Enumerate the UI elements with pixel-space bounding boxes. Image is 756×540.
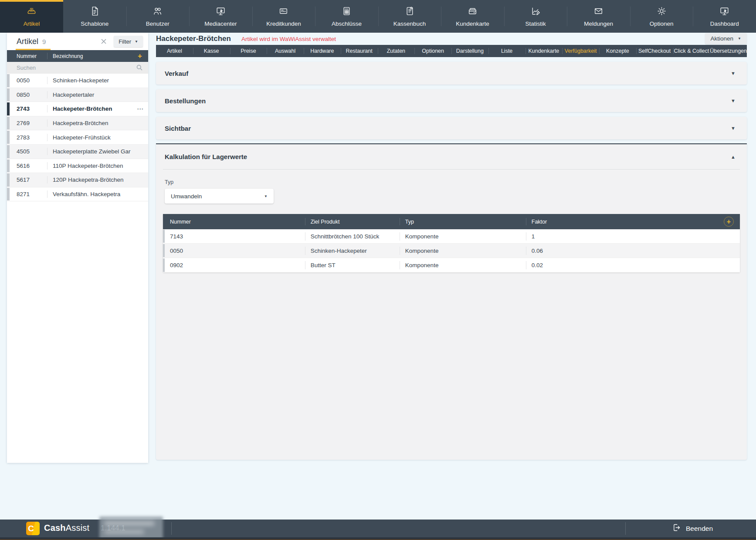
row-indicator (7, 131, 10, 144)
table-row[interactable]: 7143 Schnittbrötchen 100 Stück Komponent… (163, 229, 740, 244)
credit-card-icon (278, 6, 289, 18)
divider (47, 176, 47, 183)
tab-verfuegbarkeit[interactable]: Verfügbarkeit (562, 45, 599, 57)
divider (47, 162, 47, 170)
row-indicator (7, 173, 10, 187)
tab-liste[interactable]: Liste (488, 45, 525, 57)
tab-hardware[interactable]: Hardware (304, 45, 341, 57)
chevron-down-icon: ▼ (135, 40, 138, 44)
search-input[interactable] (7, 65, 129, 71)
cashassist-window: Artikel Schablone Benutzer Mediacenter K… (0, 0, 756, 540)
tab-selfcheckout[interactable]: SelfCheckout (636, 45, 673, 57)
tab-optionen[interactable]: Optionen (414, 45, 451, 57)
article-list: 0050Schinken-Hackepeter 0850Hackepeterta… (7, 74, 148, 201)
nav-label: Dashboard (710, 20, 739, 27)
tab-zutaten[interactable]: Zutaten (378, 45, 415, 57)
row-indicator (7, 117, 10, 130)
nav-label: Optionen (650, 20, 674, 27)
nav-item-abschluesse[interactable]: Abschlüsse (315, 0, 378, 33)
kalkulation-table: Nummer Ziel Produkt Typ Faktor + 7143 Sc… (163, 214, 740, 272)
column-typ: Typ (400, 214, 526, 229)
gear-icon (656, 6, 667, 18)
tab-click-collect[interactable]: Click & Collect (673, 45, 710, 57)
article-row[interactable]: 2769Hackepetra-Brötchen (7, 116, 148, 131)
column-ziel-produkt: Ziel Produkt (305, 214, 400, 229)
cashassist-logo: C (26, 522, 40, 535)
nav-item-artikel[interactable]: Artikel (0, 0, 63, 33)
row-indicator (7, 145, 10, 158)
article-row[interactable]: 8271Verkaufsfähn. Hackepetra (7, 187, 148, 202)
article-row[interactable]: 5617120P Hackepetra-Brötchen (7, 173, 148, 187)
media-monitor-icon (215, 6, 226, 18)
row-indicator (7, 88, 10, 102)
beenden-button[interactable]: Beenden (672, 520, 713, 537)
envelope-icon (593, 6, 604, 18)
divider (47, 77, 47, 84)
column-nummer: Nummer (7, 53, 47, 59)
tab-uebersetzungen[interactable]: Übersetzungen (710, 45, 747, 57)
nav-item-kassenbuch[interactable]: Kassenbuch (378, 0, 441, 33)
page-title: Hackepeter-Brötchen (156, 34, 231, 43)
tab-auswahl[interactable]: Auswahl (267, 45, 304, 57)
tab-artikel[interactable]: Artikel (156, 45, 193, 57)
nav-item-optionen[interactable]: Optionen (630, 0, 693, 33)
tab-kasse[interactable]: Kasse (193, 45, 230, 57)
status-bar-background: C CashAssist 1.144.1 Beenden (0, 520, 756, 537)
column-faktor: Faktor (526, 214, 740, 229)
typ-select[interactable]: Umwandeln ▼ (165, 189, 274, 204)
cash-book-icon (404, 6, 415, 18)
add-article-icon[interactable]: + (138, 52, 142, 60)
filter-button[interactable]: Filter ▼ (114, 36, 143, 47)
search-icon (136, 64, 143, 73)
table-row[interactable]: 0050 Schinken-Hackepeter Komponente 0.06 (163, 244, 740, 258)
table-row[interactable]: 0902 Butter ST Komponente 0.02 (163, 258, 740, 272)
detail-header: Hackepeter-Brötchen Artikel wird im WaWi… (156, 33, 747, 45)
aktionen-label: Aktionen (711, 35, 734, 42)
sidebar-title: Artikel (17, 37, 38, 46)
users-icon (152, 6, 163, 18)
nav-item-schablone[interactable]: Schablone (63, 0, 126, 33)
divider (171, 522, 172, 535)
article-row[interactable]: 2783Hackepeter-Frühstück (7, 130, 148, 145)
nav-item-statistik[interactable]: Statistik (504, 0, 567, 33)
add-row-icon[interactable]: + (724, 217, 734, 227)
nav-item-kundenkarte[interactable]: Kundenkarte (441, 0, 504, 33)
article-row[interactable]: 5616110P Hackepeter-Brötchen (7, 159, 148, 173)
tab-preise[interactable]: Preise (230, 45, 267, 57)
tab-kundenkarte[interactable]: Kundenkarte (525, 45, 563, 57)
nav-item-meldungen[interactable]: Meldungen (567, 0, 630, 33)
nav-item-dashboard[interactable]: Dashboard (693, 0, 756, 33)
report-document-icon (341, 6, 352, 18)
section-kalkulation-header[interactable]: Kalkulation für Lagerwerte ▲ (163, 144, 740, 170)
close-icon[interactable] (100, 38, 107, 45)
divider (47, 53, 47, 59)
filter-label: Filter (119, 38, 131, 45)
article-count: 9 (42, 38, 46, 45)
tab-konzepte[interactable]: Konzepte (599, 45, 636, 57)
nav-item-kreditkunden[interactable]: Kreditkunden (252, 0, 315, 33)
tab-restaurant[interactable]: Restaurant (341, 45, 378, 57)
divider (47, 148, 47, 155)
article-row[interactable]: 0050Schinken-Hackepeter (7, 74, 148, 88)
divider (47, 134, 47, 141)
chevron-down-icon: ▼ (264, 194, 268, 198)
article-row[interactable]: 0850Hackepetertaler (7, 88, 148, 102)
divider (47, 105, 47, 112)
sidebar-header: Artikel 9 Filter ▼ (7, 33, 148, 50)
exit-icon (672, 523, 681, 534)
section-verkauf[interactable]: Verkauf ▼ (156, 62, 747, 85)
top-navbar: Artikel Schablone Benutzer Mediacenter K… (0, 0, 756, 33)
nav-label: Kassenbuch (393, 20, 426, 27)
tab-darstellung[interactable]: Darstellung (451, 45, 488, 57)
article-row-selected[interactable]: 2743Hackepeter-Brötchen⋯ (7, 102, 148, 116)
nav-item-benutzer[interactable]: Benutzer (126, 0, 190, 33)
column-bezeichnung: Bezeichnung (53, 53, 83, 59)
article-row[interactable]: 4505Hackepeterplatte Zwiebel Gar (7, 145, 148, 159)
row-menu-icon[interactable]: ⋯ (137, 105, 148, 113)
nav-item-mediacenter[interactable]: Mediacenter (189, 0, 252, 33)
section-bestellungen[interactable]: Bestellungen ▼ (156, 89, 747, 112)
aktionen-button[interactable]: Aktionen ▼ (705, 33, 747, 44)
section-sichtbar[interactable]: Sichtbar ▼ (156, 117, 747, 139)
list-column-header: Nummer Bezeichnung + (7, 50, 148, 62)
row-indicator (7, 188, 10, 201)
